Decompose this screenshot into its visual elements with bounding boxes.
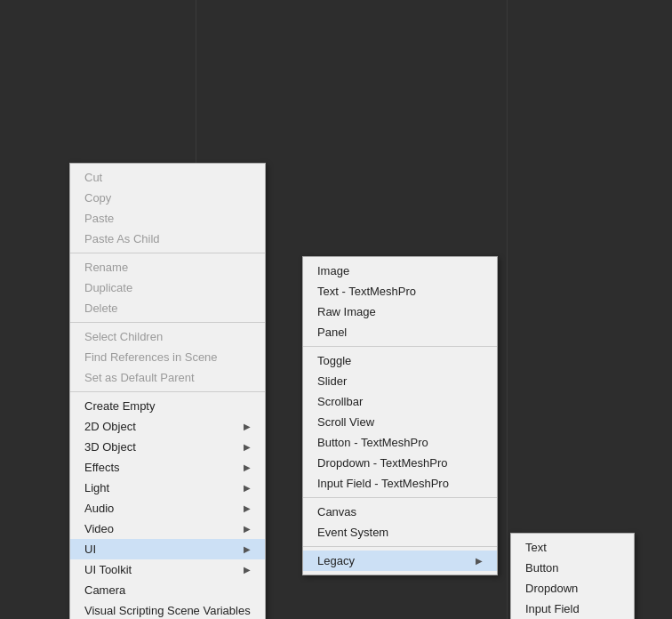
menu-item-rename: Rename	[70, 257, 265, 277]
menu-divider	[70, 253, 265, 253]
menu-item-label: Input Field	[525, 602, 580, 615]
menu-item-copy: Copy	[70, 188, 265, 208]
menu-item-label: Text	[525, 541, 547, 554]
menu-divider	[70, 322, 265, 323]
menu-item-create-empty[interactable]: Create Empty	[70, 396, 265, 416]
menu-item-paste: Paste	[70, 208, 265, 229]
submenu-arrow-icon: ▶	[244, 503, 251, 513]
menu-item-slider[interactable]: Slider	[303, 371, 497, 391]
menu-divider	[303, 546, 497, 547]
menu-item-label: Paste	[84, 212, 114, 225]
menu-item-label: 3D Object	[84, 440, 136, 454]
menu-item-find-references: Find References in Scene	[70, 347, 265, 367]
menu-item-label: Rename	[84, 261, 128, 274]
menu-item-select-children: Select Children	[70, 326, 265, 347]
menu-item-button[interactable]: Button	[511, 558, 634, 578]
menu-item-label: Button	[525, 561, 559, 575]
menu-item-label: Select Children	[84, 330, 163, 343]
submenu-arrow-icon: ▶	[244, 483, 251, 493]
menu-item-set-default-parent: Set as Default Parent	[70, 367, 265, 388]
menu-item-cut: Cut	[70, 167, 265, 188]
menu-item-label: Copy	[84, 191, 111, 205]
menu-item-2d-object[interactable]: 2D Object▶	[70, 416, 265, 437]
submenu-arrow-icon: ▶	[244, 442, 251, 452]
menu-divider	[70, 391, 265, 392]
submenu-arrow-icon: ▶	[244, 524, 251, 534]
menu-item-button-mesh-pro[interactable]: Button - TextMeshPro	[303, 432, 497, 453]
menu-item-text-mesh-pro[interactable]: Text - TextMeshPro	[303, 281, 497, 301]
menu-item-label: Scroll View	[317, 415, 374, 429]
menu-item-video[interactable]: Video▶	[70, 519, 265, 539]
menu-item-label: Input Field - TextMeshPro	[317, 477, 449, 490]
menu-item-legacy[interactable]: Legacy▶	[303, 551, 497, 571]
menu-divider	[303, 497, 497, 498]
submenu-arrow-icon: ▶	[244, 462, 251, 472]
menu-item-label: UI Toolkit	[84, 563, 132, 576]
menu-item-label: Button - TextMeshPro	[317, 436, 428, 449]
menu-item-label: UI	[84, 543, 96, 556]
menu-item-text[interactable]: Text	[511, 537, 634, 558]
menu-item-label: Dropdown - TextMeshPro	[317, 456, 447, 470]
submenu-arrow-icon: ▶	[244, 544, 251, 554]
menu-item-visual-scripting[interactable]: Visual Scripting Scene Variables	[70, 600, 265, 619]
menu-item-toggle[interactable]: Toggle	[303, 350, 497, 371]
menu-item-scroll-view[interactable]: Scroll View	[303, 412, 497, 432]
menu-item-label: Legacy	[317, 554, 355, 567]
submenu-arrow-icon: ▶	[476, 556, 483, 566]
menu-item-label: Scrollbar	[317, 395, 363, 408]
menu-item-label: Set as Default Parent	[84, 371, 195, 384]
menu-item-label: 2D Object	[84, 420, 136, 433]
menu-item-label: Text - TextMeshPro	[317, 285, 416, 298]
tertiary-context-menu: TextButtonDropdownInput Field	[510, 533, 635, 619]
menu-item-input-field[interactable]: Input Field	[511, 599, 634, 619]
menu-item-input-field-mesh-pro[interactable]: Input Field - TextMeshPro	[303, 473, 497, 494]
menu-item-canvas[interactable]: Canvas	[303, 502, 497, 522]
menu-item-light[interactable]: Light▶	[70, 478, 265, 498]
menu-item-label: Slider	[317, 374, 347, 388]
menu-item-delete: Delete	[70, 298, 265, 318]
menu-item-label: Cut	[84, 171, 102, 184]
menu-item-ui-toolkit[interactable]: UI Toolkit▶	[70, 559, 265, 580]
menu-item-paste-as-child: Paste As Child	[70, 229, 265, 249]
menu-item-dropdown-mesh-pro[interactable]: Dropdown - TextMeshPro	[303, 453, 497, 473]
menu-divider	[303, 346, 497, 347]
menu-item-label: Panel	[317, 326, 347, 339]
menu-item-label: Image	[317, 264, 349, 277]
menu-item-label: Visual Scripting Scene Variables	[84, 604, 251, 617]
submenu-arrow-icon: ▶	[244, 565, 251, 575]
menu-item-label: Delete	[84, 301, 118, 315]
menu-item-effects[interactable]: Effects▶	[70, 457, 265, 478]
menu-item-ui[interactable]: UI▶	[70, 539, 265, 559]
menu-item-3d-object[interactable]: 3D Object▶	[70, 437, 265, 457]
menu-item-label: Toggle	[317, 354, 351, 367]
secondary-context-menu: ImageText - TextMeshProRaw ImagePanelTog…	[302, 256, 498, 575]
menu-item-audio[interactable]: Audio▶	[70, 498, 265, 519]
menu-item-label: Audio	[84, 502, 114, 515]
submenu-arrow-icon: ▶	[244, 422, 251, 431]
menu-item-image[interactable]: Image	[303, 261, 497, 281]
menu-item-label: Duplicate	[84, 281, 132, 294]
menu-item-label: Find References in Scene	[84, 350, 218, 364]
menu-item-label: Paste As Child	[84, 232, 160, 245]
menu-item-event-system[interactable]: Event System	[303, 522, 497, 543]
primary-context-menu: CutCopyPastePaste As ChildRenameDuplicat…	[69, 163, 266, 619]
menu-item-label: Canvas	[317, 505, 356, 519]
menu-item-dropdown[interactable]: Dropdown	[511, 578, 634, 599]
menu-item-label: Dropdown	[525, 582, 578, 595]
menu-item-duplicate: Duplicate	[70, 277, 265, 298]
menu-item-scrollbar[interactable]: Scrollbar	[303, 391, 497, 412]
menu-item-label: Event System	[317, 526, 388, 539]
menu-item-label: Video	[84, 522, 114, 535]
menu-item-label: Raw Image	[317, 305, 376, 318]
menu-item-camera[interactable]: Camera	[70, 580, 265, 600]
menu-item-label: Effects	[84, 461, 120, 474]
menu-item-label: Camera	[84, 583, 125, 597]
menu-item-panel[interactable]: Panel	[303, 322, 497, 342]
menu-item-label: Create Empty	[84, 399, 155, 413]
menu-item-label: Light	[84, 481, 109, 494]
menu-item-raw-image[interactable]: Raw Image	[303, 301, 497, 322]
